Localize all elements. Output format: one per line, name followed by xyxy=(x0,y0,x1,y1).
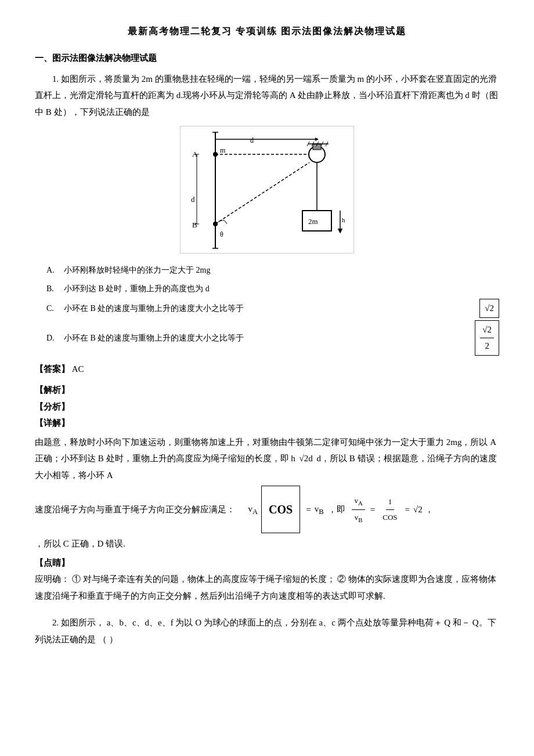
svg-text:m: m xyxy=(220,146,226,154)
sqrt2-over2-symbol: √2 2 xyxy=(475,320,499,356)
physics-diagram: A d 2m h m d xyxy=(180,126,354,254)
one-cos-fraction: 1 COS xyxy=(380,494,399,525)
sqrt2-symbol: √2 xyxy=(479,299,499,318)
answer-section: 【答案】 AC xyxy=(35,361,499,377)
detailed-analysis: 由题意，释放时小环向下加速运动，则重物将加速上升，对重物由牛顿第二定律可知绳中张… xyxy=(35,434,499,552)
svg-text:2m: 2m xyxy=(308,217,318,226)
analysis-section: 【解析】 【分析】 【详解】 xyxy=(35,382,499,432)
svg-text:θ: θ xyxy=(220,230,223,238)
svg-text:d: d xyxy=(191,195,195,204)
option-c: C. 小环在 B 处的速度与重物上升的速度大小之比等于 √2 xyxy=(46,299,499,318)
page-title: 最新高考物理二轮复习 专项训练 图示法图像法解决物理试题 xyxy=(35,23,499,40)
svg-text:h: h xyxy=(342,216,345,223)
note-section: 【点睛】 应明确： ① 对与绳子牵连有关的问题，物体上的高度应等于绳子缩短的长度… xyxy=(35,555,499,605)
q2-text: 2. 如图所示， a、b、c、d、e、f 为以 O 为球心的球面上的点，分别在 … xyxy=(35,614,499,648)
svg-text:d: d xyxy=(250,136,254,144)
option-a: A. 小环刚释放时轻绳中的张力一定大于 2mg xyxy=(46,262,499,278)
svg-line-30 xyxy=(215,162,309,224)
formula-line: 速度沿绳子方向与垂直于绳子方向正交分解应满足： vA COS = vB ，即 v… xyxy=(35,486,499,533)
cos-box-1: COS xyxy=(261,486,300,533)
option-d: D. 小环在 B 处的速度与重物上升的速度大小之比等于 √2 2 xyxy=(46,320,499,356)
va-vb-fraction: vA vB xyxy=(352,493,365,527)
q1-text: 1. 如图所示，将质量为 2m 的重物悬挂在轻绳的一端，轻绳的另一端系一质量为 … xyxy=(35,71,499,121)
section1-title: 一、图示法图像法解决物理试题 xyxy=(35,50,499,66)
option-b: B. 小环到达 B 处时，重物上升的高度也为 d xyxy=(46,280,499,296)
svg-text:B: B xyxy=(192,220,197,229)
q1-options: A. 小环刚释放时轻绳中的张力一定大于 2mg B. 小环到达 B 处时，重物上… xyxy=(46,262,499,356)
